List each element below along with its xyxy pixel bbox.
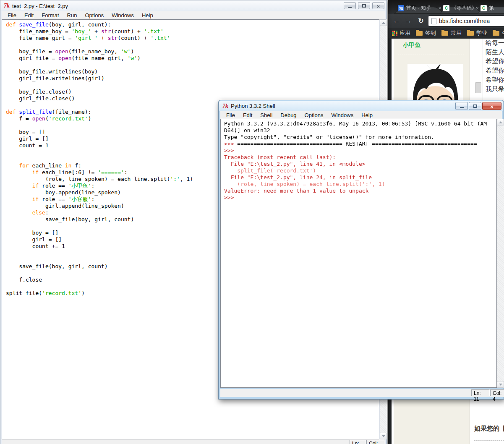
shell-window: 7k Python 3.3.2 Shell FileEditShellDebug… bbox=[218, 100, 504, 400]
menu-item-help[interactable]: Help bbox=[360, 112, 373, 118]
menu-item-options[interactable]: Options bbox=[304, 112, 324, 118]
bookmark-label: 学业 bbox=[476, 29, 487, 37]
apps-icon bbox=[392, 31, 397, 36]
bookmark-label: 生 bbox=[502, 29, 504, 37]
address-bar[interactable]: bbs.fishc.com/threa bbox=[428, 16, 504, 26]
scroll-down-button[interactable] bbox=[380, 433, 387, 439]
shell-scrollbar[interactable] bbox=[497, 119, 504, 388]
editor-caption-buttons bbox=[344, 2, 384, 9]
editor-window-title: test_2.py - E:\test_2.py bbox=[12, 3, 68, 9]
scroll-up-button[interactable] bbox=[497, 119, 504, 125]
fishc-favicon: C bbox=[443, 5, 449, 11]
scrollbar-thumb[interactable] bbox=[475, 82, 481, 93]
menu-item-options[interactable]: Options bbox=[84, 12, 104, 18]
menu-item-windows[interactable]: Windows bbox=[330, 112, 354, 118]
reload-icon[interactable]: ↻ bbox=[416, 16, 426, 26]
bookmark-label: 常用 bbox=[451, 29, 462, 37]
shell-output-line: File "E:\test_2.py", line 41, in <module… bbox=[224, 161, 496, 167]
menu-item-edit[interactable]: Edit bbox=[242, 112, 253, 118]
shell-output-line: split_file('record.txt') bbox=[224, 167, 496, 174]
scroll-up-button[interactable] bbox=[380, 19, 387, 26]
shell-caption-buttons bbox=[455, 102, 501, 110]
browser-tab-strip: 知首页 - 知乎×C《零基础》×C第 bbox=[388, 0, 504, 14]
bookmark-label: 签到 bbox=[425, 29, 436, 37]
menu-item-run[interactable]: Run bbox=[66, 12, 78, 18]
editor-menubar: FileEditFormatRunOptionsWindowsHelp bbox=[2, 11, 385, 20]
editor-status-bar: Ln: 33 Col: 17 bbox=[2, 439, 385, 444]
editor-title-bar[interactable]: 7k test_2.py - E:\test_2.py bbox=[0, 0, 386, 11]
shell-output-line: (role, line_spoken) = each_line.split(':… bbox=[224, 181, 496, 188]
bookmark-item[interactable]: 生 bbox=[493, 29, 504, 37]
line-indicator: Ln: 11 bbox=[471, 389, 490, 396]
shell-output-line: D64)] on win32 bbox=[224, 127, 496, 134]
shell-text-area[interactable]: Python 3.3.2 (v3.3.2:d047928ae3f6, May 1… bbox=[220, 119, 497, 388]
content-divider bbox=[483, 39, 483, 102]
shell-output-line: >>> ================================ RES… bbox=[224, 141, 496, 147]
shell-status-bar: Ln: 11 Col: 4 bbox=[220, 389, 504, 397]
back-button[interactable]: ← bbox=[392, 16, 402, 26]
arrow-down-icon bbox=[499, 384, 502, 386]
page-doc-icon bbox=[431, 18, 436, 24]
column-indicator: Col: 4 bbox=[490, 389, 504, 396]
fishc-favicon: C bbox=[480, 5, 487, 11]
menu-item-windows[interactable]: Windows bbox=[111, 12, 135, 18]
tab-title: 《零基础》 bbox=[452, 5, 474, 12]
menu-item-debug[interactable]: Debug bbox=[279, 112, 297, 118]
browser-toolbar: ← → ↻ bbs.fishc.com/threa bbox=[388, 14, 504, 28]
post-text-line: 希望你 bbox=[486, 66, 504, 75]
browser-tab[interactable]: C《零基础》× bbox=[439, 3, 482, 14]
shell-window-title: Python 3.3.2 Shell bbox=[231, 103, 275, 109]
minimize-button[interactable] bbox=[455, 102, 468, 110]
arrow-up-icon bbox=[499, 121, 502, 123]
minimize-icon bbox=[460, 107, 464, 108]
profile-divider bbox=[398, 54, 464, 54]
menu-item-file[interactable]: File bbox=[225, 112, 236, 118]
tab-close-icon[interactable]: × bbox=[438, 5, 441, 11]
close-icon bbox=[490, 102, 494, 110]
maximize-button[interactable] bbox=[358, 2, 370, 9]
code-line bbox=[6, 62, 379, 68]
shell-output-line: >>> bbox=[224, 147, 496, 154]
minimize-button[interactable] bbox=[344, 2, 356, 9]
tab-title: 首页 - 知乎 bbox=[406, 5, 436, 12]
post-text-block: 给每一陌生人希望你希望你希望你我只希 bbox=[486, 38, 504, 94]
browser-tab[interactable]: C第 bbox=[477, 3, 504, 14]
code-line bbox=[6, 42, 379, 48]
folder-icon bbox=[493, 31, 499, 36]
maximize-button[interactable] bbox=[469, 102, 481, 110]
menu-item-format[interactable]: Format bbox=[41, 12, 60, 18]
bookmark-label: 应用 bbox=[400, 29, 410, 37]
post-text-line: 希望你 bbox=[486, 57, 504, 66]
menu-item-help[interactable]: Help bbox=[141, 12, 154, 18]
tab-close-icon[interactable]: × bbox=[475, 5, 479, 11]
menu-item-shell[interactable]: Shell bbox=[259, 112, 273, 118]
forward-button[interactable]: → bbox=[403, 16, 413, 26]
close-button[interactable] bbox=[372, 2, 384, 9]
code-line bbox=[6, 82, 379, 89]
forum-username[interactable]: 小甲鱼 bbox=[403, 42, 420, 49]
close-icon bbox=[376, 2, 380, 10]
menu-item-file[interactable]: File bbox=[7, 12, 17, 18]
close-button[interactable] bbox=[482, 102, 501, 110]
shell-output-line: >>> bbox=[224, 194, 496, 201]
bookmark-item[interactable]: 应用 bbox=[392, 29, 410, 37]
minimize-icon bbox=[348, 7, 352, 8]
code-line: girl_file = open(file_name_girl, 'w') bbox=[6, 55, 379, 62]
bookmark-item[interactable]: 常用 bbox=[441, 29, 462, 37]
code-line: file_name_boy = 'boy_' + str(count) + '.… bbox=[6, 28, 379, 35]
maximize-icon bbox=[362, 4, 366, 8]
line-indicator: Ln: 33 bbox=[350, 440, 366, 444]
bookmark-item[interactable]: 签到 bbox=[416, 29, 436, 37]
code-line: file_name_girl = 'girl_' + str(count) + … bbox=[6, 35, 379, 42]
forum-footer-text: 如果您的【问 bbox=[474, 425, 504, 433]
shell-output-block: Python 3.3.2 (v3.3.2:d047928ae3f6, May 1… bbox=[221, 119, 496, 201]
browser-tab[interactable]: 知首页 - 知乎× bbox=[394, 3, 444, 14]
bookmark-item[interactable]: 学业 bbox=[467, 29, 487, 37]
scroll-down-button[interactable] bbox=[497, 381, 504, 388]
desktop-screen: 知首页 - 知乎×C《零基础》×C第 ← → ↻ bbs.fishc.com/t… bbox=[0, 0, 504, 444]
bookmarks-bar: 应用签到常用学业生 bbox=[388, 28, 504, 39]
menu-item-edit[interactable]: Edit bbox=[24, 12, 34, 18]
column-indicator: Col: 17 bbox=[366, 440, 384, 444]
folder-icon bbox=[416, 31, 423, 36]
shell-menubar: FileEditShellDebugOptionsWindowsHelp bbox=[220, 111, 502, 120]
